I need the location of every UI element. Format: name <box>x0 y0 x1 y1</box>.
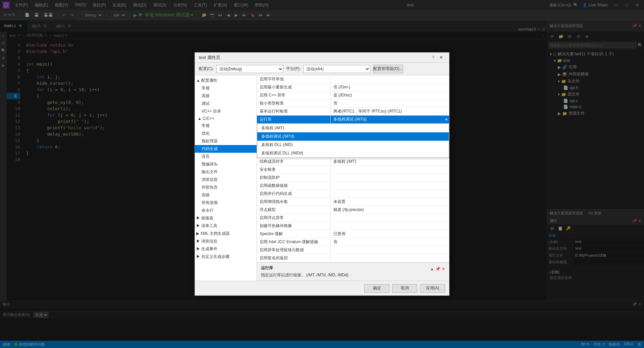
tree-precompiled[interactable]: 预编译头 <box>195 160 257 168</box>
dialog-properties-list: 启用字符串池 启用最小重新生成 否 (/Gm-) 启用 C++ 异常 是 (/E… <box>257 75 449 262</box>
runtime-lib-dropdown: 多线程 (/MT) 多线程调试 (/MTd) 多线程 DLL (/MD) 多线程… <box>257 124 449 158</box>
tree-browse-info[interactable]: 浏览信息 <box>195 176 257 184</box>
dialog-title-bar: test 属性页 ? ✕ <box>195 53 449 63</box>
prop-signed-return[interactable]: 启用签名的返回 <box>257 254 449 262</box>
config-label: 配置(C): <box>199 66 214 72</box>
dropdown-option-mtd[interactable]: 多线程调试 (/MTd) <box>257 132 449 141</box>
tree-optimization[interactable]: 优化 <box>195 130 257 137</box>
prop-fp-exceptions[interactable]: 启用浮点异常 <box>257 214 449 222</box>
prop-struct-align[interactable]: 结构成员对齐 多线程 (/MT) <box>257 158 449 166</box>
prop-string-pool[interactable]: 启用字符串池 <box>257 75 449 83</box>
tree-external-include[interactable]: 外部包含 <box>195 184 257 191</box>
prop-parallel-codegen[interactable]: 启用并行代码生成 <box>257 190 449 198</box>
tree-general[interactable]: 常规 <box>195 84 257 92</box>
tree-config-props[interactable]: ▲ 配置属性 <box>195 77 257 84</box>
tree-command-line[interactable]: 命令行 <box>195 207 257 214</box>
dialog-config-bar: 配置(C): 活动(Debug) 平台(P): 活动(x64) 配置管理器(O)… <box>195 63 449 75</box>
dialog-body: ▲ 配置属性 常规 高级 调试 VC++ 目录 ▲ C/C++ 常规 优化 预处… <box>195 75 449 281</box>
dropdown-option-mdd[interactable]: 多线程调试 DLL (/MDd) <box>257 149 449 157</box>
tree-debug[interactable]: 调试 <box>195 100 257 108</box>
desc-title: 运行库 <box>261 265 273 271</box>
dialog-buttons: 确定 取消 应用(A) <box>195 281 449 295</box>
dropdown-area: 多线程 (/MT) 多线程调试 (/MTd) 多线程 DLL (/MD) 多线程… <box>257 124 449 158</box>
dialog-help-button[interactable]: ? <box>432 55 434 60</box>
dialog-tree: ▲ 配置属性 常规 高级 调试 VC++ 目录 ▲ C/C++ 常规 优化 预处… <box>195 75 257 281</box>
prop-security-check[interactable]: 安全检查 <box>257 166 449 174</box>
tree-build-events[interactable]: ▶ 生成事件 <box>195 245 257 253</box>
prop-func-level-link[interactable]: 启用函数级链接 <box>257 182 449 190</box>
dialog-apply-button[interactable]: 应用(A) <box>420 284 445 293</box>
prop-intel-jcc[interactable]: 启用 Intel JCC Erratum 缓解措施 否 <box>257 238 449 246</box>
tree-cpp-general[interactable]: 常规 <box>195 122 257 130</box>
prop-control-flow[interactable]: 控制流防护 <box>257 174 449 182</box>
tree-custom-build[interactable]: ▶ 自定义生成步骤 <box>195 253 257 261</box>
prop-smaller-type[interactable]: 较小类型检查 否 <box>257 99 449 108</box>
prop-enhanced-instr[interactable]: 启用增强指令集 未设置 <box>257 198 449 206</box>
dialog-overlay: test 属性页 ? ✕ 配置(C): 活动(Debug) 平台(P): 活动(… <box>0 0 644 348</box>
properties-dialog: test 属性页 ? ✕ 配置(C): 活动(Debug) 平台(P): 活动(… <box>195 52 449 296</box>
dropdown-option-mt[interactable]: 多线程 (/MT) <box>257 124 449 132</box>
tree-language[interactable]: 语言 <box>195 153 257 160</box>
dialog-title-text: test 属性页 <box>199 55 432 61</box>
tree-output-files[interactable]: 输出文件 <box>195 168 257 176</box>
desc-header: 运行库 ▲ 📌 ✕ <box>261 265 445 272</box>
tree-linker[interactable]: ▶ 链接器 <box>195 214 257 222</box>
tree-xml-gen[interactable]: ▶ XML 文档生成器 <box>195 230 257 237</box>
dialog-manage-button[interactable]: 配置管理器(O)... <box>373 65 403 73</box>
dialog-desc-area: 运行库 ▲ 📌 ✕ 指定运行库以进行链接。 (/MT, /MTd, /MD, /… <box>257 262 449 281</box>
platform-label: 平台(P): <box>286 66 301 72</box>
prop-runtime-lib[interactable]: 运行库 多线程调试 (/MTd) ▾ <box>257 116 449 124</box>
prop-hot-patch[interactable]: 创建可热修补映像 <box>257 222 449 230</box>
tree-code-gen[interactable]: 代码生成 <box>195 145 257 153</box>
tree-all-options[interactable]: 所有选项 <box>195 199 257 207</box>
dialog-close-button[interactable]: ✕ <box>437 54 445 62</box>
tree-advanced[interactable]: 高级 <box>195 92 257 100</box>
desc-text: 指定运行库以进行链接。 (/MT, /MTd, /MD, /MDd) <box>261 272 445 278</box>
tree-manifest[interactable]: ▶ 清单工具 <box>195 222 257 230</box>
tree-cpp-group[interactable]: ▲ C/C++ <box>195 115 257 122</box>
dialog-cancel-button[interactable]: 取消 <box>392 284 417 293</box>
tree-advanced-cpp[interactable]: 高级 <box>195 191 257 199</box>
desc-pin-icon[interactable]: 📌 <box>435 267 440 271</box>
prop-fp-model[interactable]: 浮点模型 精度 (/fp:precise) <box>257 206 449 214</box>
tree-vc-dirs[interactable]: VC++ 目录 <box>195 108 257 115</box>
tree-browse[interactable]: ▶ 浏览信息 <box>195 237 257 245</box>
desc-controls: ▲ 📌 ✕ <box>430 267 445 271</box>
prop-spectre[interactable]: Spectre 缓解 已禁用 <box>257 230 449 238</box>
dialog-platform-select[interactable]: 活动(x64) <box>303 65 370 73</box>
prop-min-rebuild[interactable]: 启用最小重新生成 否 (/Gm-) <box>257 83 449 91</box>
prop-runtime-check[interactable]: 基本运行时检查 两者(/RTC1，等同于 /RTCsu) (/RTC1) <box>257 108 449 116</box>
dialog-content-area: 启用字符串池 启用最小重新生成 否 (/Gm-) 启用 C++ 异常 是 (/E… <box>257 75 449 281</box>
dialog-ok-button[interactable]: 确定 <box>364 284 389 293</box>
desc-expand-icon[interactable]: ▲ <box>430 267 434 271</box>
prop-cpp-exceptions[interactable]: 启用 C++ 异常 是 (/EHsc) <box>257 91 449 99</box>
desc-close-icon[interactable]: ✕ <box>442 267 445 271</box>
prop-eh-continuation[interactable]: 启用异常处理延续元数据 <box>257 246 449 254</box>
dropdown-option-md[interactable]: 多线程 DLL (/MD) <box>257 141 449 149</box>
dialog-config-select[interactable]: 活动(Debug) <box>216 65 283 73</box>
tree-preprocessor[interactable]: 预处理器 <box>195 137 257 145</box>
runtime-lib-dropdown-btn[interactable]: ▾ <box>444 117 449 122</box>
